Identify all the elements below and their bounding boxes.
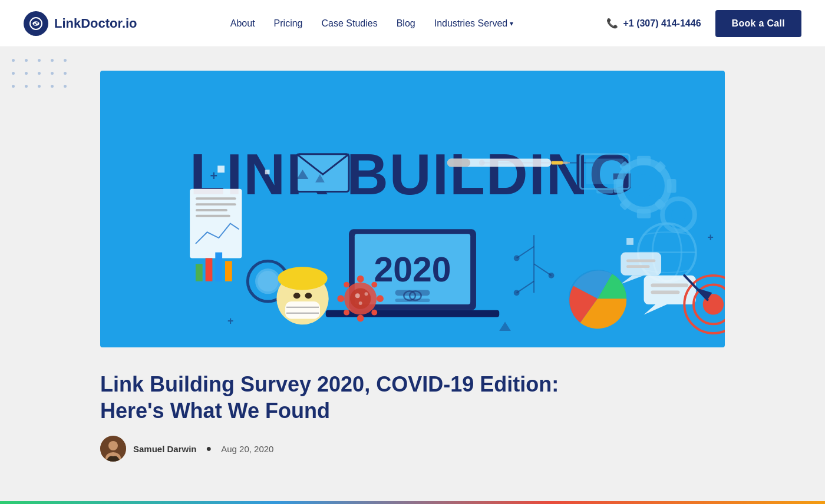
logo-text: LinkDoctor.io <box>54 16 137 31</box>
svg-rect-51 <box>667 179 676 193</box>
svg-rect-14 <box>196 197 236 200</box>
svg-text:LINK BUILDING: LINK BUILDING <box>190 142 635 207</box>
hero-image: LINK BUILDING 2020 <box>100 71 725 347</box>
header-right: 📞 +1 (307) 414-1446 Book a Call <box>606 10 801 37</box>
svg-rect-21 <box>225 261 232 281</box>
svg-rect-48 <box>637 156 651 165</box>
svg-text:+: + <box>563 163 568 173</box>
header: LinkDoctor.io About Pricing Case Studies… <box>0 0 825 47</box>
svg-point-25 <box>258 271 278 291</box>
svg-rect-86 <box>596 189 613 194</box>
svg-point-106 <box>108 441 118 450</box>
author-avatar <box>100 436 126 462</box>
article-date: Aug 20, 2020 <box>221 444 273 454</box>
svg-rect-16 <box>196 209 227 211</box>
svg-point-42 <box>371 310 377 316</box>
svg-rect-19 <box>206 258 213 281</box>
svg-point-41 <box>344 310 349 316</box>
svg-point-31 <box>293 293 301 299</box>
svg-rect-18 <box>196 264 203 281</box>
author-separator: ● <box>206 443 212 454</box>
svg-rect-17 <box>196 215 230 217</box>
svg-rect-20 <box>215 253 222 281</box>
phone-number-text: +1 (307) 414-1446 <box>623 18 701 29</box>
svg-rect-68 <box>626 265 649 268</box>
svg-rect-91 <box>217 165 225 173</box>
svg-point-103 <box>549 273 555 278</box>
nav-pricing[interactable]: Pricing <box>274 18 303 29</box>
svg-text:+: + <box>210 168 217 183</box>
svg-rect-94 <box>626 238 633 245</box>
svg-point-34 <box>350 288 371 309</box>
svg-rect-67 <box>626 259 655 262</box>
svg-rect-85 <box>586 159 623 184</box>
svg-point-27 <box>278 267 327 290</box>
logo-link[interactable]: LinkDoctor.io <box>24 11 137 36</box>
nav-industries[interactable]: Industries Served ▾ <box>434 18 514 29</box>
svg-text:+: + <box>708 231 714 243</box>
svg-point-40 <box>371 282 377 288</box>
nav-blog[interactable]: Blog <box>397 18 415 29</box>
svg-rect-64 <box>651 290 679 294</box>
svg-point-102 <box>514 256 520 261</box>
article-container: LINK BUILDING 2020 <box>88 47 737 485</box>
nav-about[interactable]: About <box>230 18 255 29</box>
nav-case-studies[interactable]: Case Studies <box>322 18 378 29</box>
svg-point-35 <box>357 276 364 283</box>
svg-rect-15 <box>196 203 236 205</box>
author-name: Samuel Darwin <box>133 444 197 454</box>
svg-rect-63 <box>651 284 688 287</box>
bottom-border <box>0 501 825 504</box>
author-info: Samuel Darwin ● Aug 20, 2020 <box>100 436 725 462</box>
svg-point-32 <box>305 293 312 299</box>
main-nav: About Pricing Case Studies Blog Industri… <box>230 18 513 29</box>
svg-rect-49 <box>637 209 651 218</box>
book-call-button[interactable]: Book a Call <box>715 10 801 37</box>
dot-pattern-decoration <box>12 59 72 93</box>
svg-point-57 <box>672 208 686 222</box>
svg-point-36 <box>357 315 364 322</box>
svg-point-38 <box>377 295 384 302</box>
chevron-down-icon: ▾ <box>510 19 513 28</box>
svg-point-44 <box>365 292 368 296</box>
svg-rect-92 <box>265 170 270 174</box>
svg-point-39 <box>344 282 349 288</box>
main-content: LINK BUILDING 2020 <box>0 47 825 504</box>
svg-text:+: + <box>227 315 233 327</box>
svg-point-104 <box>514 290 520 296</box>
svg-rect-8 <box>395 290 430 296</box>
svg-point-47 <box>632 174 655 197</box>
svg-rect-80 <box>552 161 563 165</box>
svg-rect-83 <box>447 159 470 167</box>
svg-point-45 <box>359 301 362 305</box>
svg-point-43 <box>355 293 360 298</box>
logo-icon <box>24 11 48 36</box>
article-title: Link Building Survey 2020, COVID-19 Edit… <box>100 371 572 424</box>
phone-icon: 📞 <box>606 18 618 29</box>
svg-rect-28 <box>285 301 320 319</box>
svg-text:2020: 2020 <box>374 250 451 289</box>
phone-link[interactable]: 📞 +1 (307) 414-1446 <box>606 18 701 29</box>
svg-rect-65 <box>621 253 661 276</box>
svg-point-37 <box>337 295 344 302</box>
article-info: Link Building Survey 2020, COVID-19 Edit… <box>100 371 725 462</box>
